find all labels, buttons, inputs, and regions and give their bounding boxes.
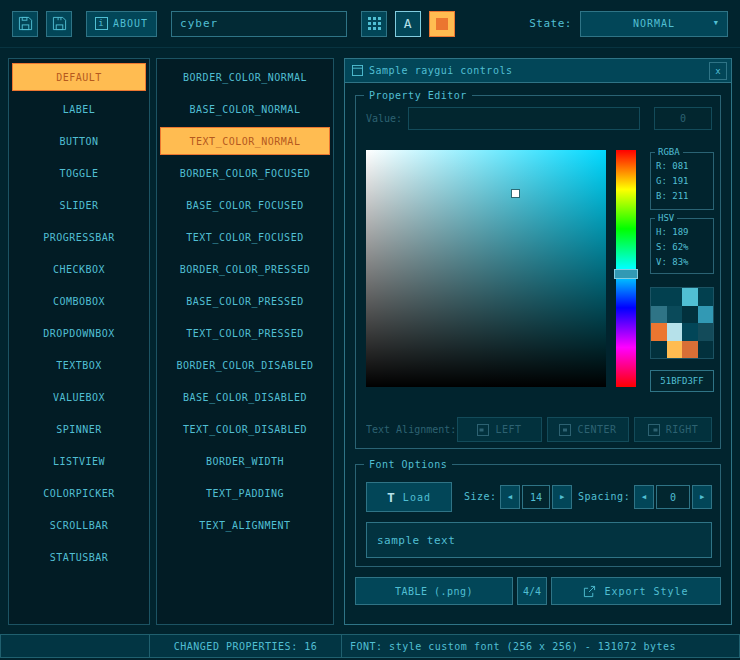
font-load-button[interactable]: T Load	[366, 482, 452, 512]
palette-swatch[interactable]	[682, 341, 698, 359]
size-label: Size:	[464, 482, 497, 512]
properties-list-item[interactable]: BORDER_COLOR_DISABLED	[160, 351, 330, 379]
color-picker-cursor[interactable]	[512, 190, 519, 197]
properties-list-item[interactable]: BASE_COLOR_DISABLED	[160, 383, 330, 411]
state-dropdown-value: NORMAL	[633, 18, 675, 29]
size-increase-button[interactable]: ▶	[552, 485, 572, 509]
window-icon	[352, 65, 363, 76]
palette-swatch[interactable]	[698, 288, 714, 306]
hsv-saturation-value: S: 62%	[651, 240, 713, 255]
controls-list-item[interactable]: TOGGLE	[12, 159, 146, 187]
properties-list-item[interactable]: TEXT_ALIGNMENT	[160, 511, 330, 539]
font-icon: A	[404, 16, 413, 31]
about-label: ABOUT	[113, 18, 148, 29]
size-value[interactable]: 14	[522, 485, 550, 509]
size-spinner: ◀ 14 ▶	[500, 485, 572, 509]
save-style-button[interactable]	[12, 11, 38, 37]
property-editor-label: Property Editor	[364, 89, 472, 102]
spacing-decrease-button[interactable]: ◀	[634, 485, 654, 509]
hsv-label: HSV	[655, 213, 677, 224]
export-style-button[interactable]: Export Style	[551, 577, 721, 605]
size-decrease-button[interactable]: ◀	[500, 485, 520, 509]
palette-swatch[interactable]	[667, 288, 683, 306]
align-right-icon	[648, 424, 660, 436]
properties-list-item[interactable]: BASE_COLOR_NORMAL	[160, 95, 330, 123]
hex-value-box[interactable]: 51BFD3FF	[650, 370, 714, 392]
properties-list-item[interactable]: BORDER_COLOR_FOCUSED	[160, 159, 330, 187]
grid-icon	[368, 17, 381, 30]
value-input[interactable]	[408, 107, 640, 130]
controls-list-item[interactable]: VALUEBOX	[12, 383, 146, 411]
properties-list-item[interactable]: TEXT_COLOR_DISABLED	[160, 415, 330, 443]
controls-list-item[interactable]: LISTVIEW	[12, 447, 146, 475]
spacing-value[interactable]: 0	[656, 485, 690, 509]
align-left-icon	[477, 424, 489, 436]
window-title: Sample raygui controls	[369, 65, 512, 76]
rgba-group: RGBA R: 081 G: 191 B: 211	[650, 152, 714, 210]
font-view-button[interactable]: A	[395, 11, 421, 37]
properties-list-item[interactable]: BORDER_COLOR_PRESSED	[160, 255, 330, 283]
controls-list-item[interactable]: SPINNER	[12, 415, 146, 443]
controls-list-item[interactable]: COMBOBOX	[12, 287, 146, 315]
palette-swatch[interactable]	[651, 306, 667, 324]
controls-list: DEFAULT LABEL BUTTON TOGGLE SLIDER PROGR…	[8, 58, 150, 625]
controls-list-item[interactable]: SCROLLBAR	[12, 511, 146, 539]
sample-text-box[interactable]: sample text	[366, 522, 712, 558]
controls-list-item[interactable]: CHECKBOX	[12, 255, 146, 283]
value-box[interactable]: 0	[654, 107, 712, 130]
align-center-button[interactable]: CENTER	[547, 417, 629, 442]
about-button[interactable]: i ABOUT	[86, 11, 157, 37]
rgba-blue-value: B: 211	[651, 189, 713, 204]
properties-list-item[interactable]: TEXT_COLOR_PRESSED	[160, 319, 330, 347]
controls-list-item[interactable]: BUTTON	[12, 127, 146, 155]
controls-list-item[interactable]: TEXTBOX	[12, 351, 146, 379]
align-left-button[interactable]: LEFT	[457, 417, 542, 442]
palette-swatch[interactable]	[682, 323, 698, 341]
text-icon: T	[387, 491, 396, 504]
align-left-label: LEFT	[495, 424, 521, 435]
color-mode-button[interactable]	[429, 11, 455, 37]
text-alignment-label: Text Alignment:	[366, 417, 458, 442]
palette-swatch[interactable]	[651, 341, 667, 359]
controls-list-item[interactable]: COLORPICKER	[12, 479, 146, 507]
hue-slider[interactable]	[616, 150, 636, 387]
save-style-as-button[interactable]	[46, 11, 72, 37]
properties-list-item[interactable]: BORDER_WIDTH	[160, 447, 330, 475]
palette-swatch[interactable]	[651, 323, 667, 341]
align-right-button[interactable]: RIGHT	[634, 417, 712, 442]
style-name-input[interactable]	[171, 11, 347, 37]
controls-list-item[interactable]: DROPDOWNBOX	[12, 319, 146, 347]
palette-swatch[interactable]	[667, 306, 683, 324]
palette-swatch[interactable]	[698, 323, 714, 341]
export-format-index[interactable]: 4/4	[517, 577, 547, 605]
close-button[interactable]: x	[709, 62, 727, 80]
table-view-button[interactable]	[361, 11, 387, 37]
state-group: State: NORMAL ▼	[529, 11, 728, 37]
color-picker-panel[interactable]	[366, 150, 606, 387]
hue-slider-handle[interactable]	[614, 269, 638, 279]
controls-list-item[interactable]: DEFAULT	[12, 63, 146, 91]
properties-list-item[interactable]: TEXT_PADDING	[160, 479, 330, 507]
rgba-red-value: R: 081	[651, 159, 713, 174]
controls-list-item[interactable]: SLIDER	[12, 191, 146, 219]
toolbar: i ABOUT A State: NORMAL ▼	[0, 0, 740, 48]
spacing-increase-button[interactable]: ▶	[692, 485, 712, 509]
controls-list-item[interactable]: LABEL	[12, 95, 146, 123]
sample-controls-window: Sample raygui controls x Property Editor…	[344, 58, 732, 625]
palette-swatch[interactable]	[667, 323, 683, 341]
palette-swatch[interactable]	[667, 341, 683, 359]
controls-list-item[interactable]: STATUSBAR	[12, 543, 146, 571]
palette-swatch[interactable]	[682, 288, 698, 306]
properties-list-item[interactable]: BASE_COLOR_PRESSED	[160, 287, 330, 315]
palette-swatch[interactable]	[651, 288, 667, 306]
export-format-combobox[interactable]: TABLE (.png)	[355, 577, 513, 605]
palette-swatch[interactable]	[698, 341, 714, 359]
palette-swatch[interactable]	[698, 306, 714, 324]
controls-list-item[interactable]: PROGRESSBAR	[12, 223, 146, 251]
properties-list-item[interactable]: TEXT_COLOR_FOCUSED	[160, 223, 330, 251]
properties-list-item[interactable]: BORDER_COLOR_NORMAL	[160, 63, 330, 91]
properties-list-item[interactable]: BASE_COLOR_FOCUSED	[160, 191, 330, 219]
palette-swatch[interactable]	[682, 306, 698, 324]
state-dropdown[interactable]: NORMAL ▼	[580, 11, 728, 37]
properties-list-item[interactable]: TEXT_COLOR_NORMAL	[160, 127, 330, 155]
